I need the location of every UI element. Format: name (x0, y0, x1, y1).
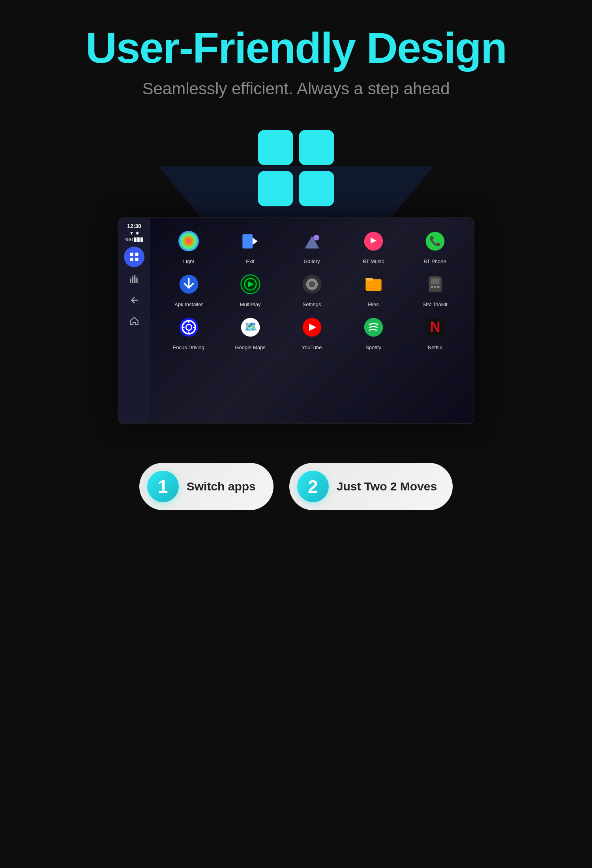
back-button[interactable] (124, 292, 144, 309)
back-icon (129, 295, 139, 305)
grid-cell-3 (258, 171, 293, 206)
app-icon-btmusic (358, 226, 388, 256)
device-section: 12:30 ▼ ✱ 4GG ▊▊▊ (0, 218, 592, 423)
app-icon-btphone: 📞 (420, 226, 450, 256)
app-label-apkinstaller: Apk Installer (174, 301, 203, 307)
app-grid-area: LightExitGalleryBT Music📞BT PhoneApk Ins… (150, 218, 474, 423)
page-header: User-Friendly Design Seamlessly efficien… (0, 0, 592, 98)
app-item-gallery[interactable]: Gallery (283, 226, 341, 264)
grid-icon-container (0, 130, 592, 206)
app-label-spotify: Spotify (365, 344, 381, 350)
app-item-light[interactable]: Light (159, 226, 218, 264)
app-label-googlemaps: Google Maps (235, 344, 265, 350)
app-label-exit: Exit (246, 258, 255, 264)
app-icon-simtoolkit (420, 269, 450, 299)
feature-card-1: 1Switch apps (139, 463, 274, 510)
feature-card-2: 2Just Two 2 Moves (289, 463, 453, 510)
app-label-settings: Settings (303, 301, 321, 307)
app-item-btmusic[interactable]: BT Music (344, 226, 403, 264)
bluetooth-icon: ✱ (135, 231, 139, 236)
svg-rect-3 (135, 258, 138, 261)
wifi-icon: ▼ (129, 231, 134, 236)
app-label-files: Files (368, 301, 378, 307)
svg-point-41 (364, 318, 383, 337)
equalizer-icon (129, 275, 139, 285)
svg-rect-1 (135, 253, 138, 256)
app-label-youtube: YouTube (302, 344, 322, 350)
app-icon-youtube (297, 312, 327, 342)
feature-number-1: 1 (147, 471, 179, 502)
sidebar-time: 12:30 (127, 223, 141, 229)
app-label-light: Light (183, 258, 194, 264)
app-icon-focusdriving (174, 312, 204, 342)
svg-rect-2 (130, 258, 133, 261)
app-item-googlemaps[interactable]: 🗺️Google Maps (221, 312, 279, 350)
apps-icon (129, 251, 140, 262)
svg-rect-28 (431, 286, 433, 288)
app-item-youtube[interactable]: YouTube (283, 312, 341, 350)
feature-text-1: Switch apps (187, 479, 256, 494)
page-title: User-Friendly Design (0, 24, 592, 71)
app-icon-googlemaps: 🗺️ (235, 312, 265, 342)
app-icon-netflix: N (420, 312, 450, 342)
app-item-settings[interactable]: Settings (283, 269, 341, 307)
app-item-exit[interactable]: Exit (221, 226, 279, 264)
app-label-simtoolkit: SIM Toolkit (422, 301, 447, 307)
app-item-spotify[interactable]: Spotify (344, 312, 403, 350)
svg-rect-5 (132, 277, 133, 283)
app-item-focusdriving[interactable]: Focus Driving (159, 312, 218, 350)
app-item-multiplay[interactable]: MultiPlay (221, 269, 279, 307)
grid-cell-2 (299, 130, 334, 165)
svg-rect-6 (134, 276, 135, 283)
svg-rect-30 (437, 286, 440, 288)
feature-number-2: 2 (297, 471, 329, 502)
svg-point-12 (178, 231, 199, 251)
app-item-apkinstaller[interactable]: Apk Installer (159, 269, 218, 307)
device-frame: 12:30 ▼ ✱ 4GG ▊▊▊ (118, 218, 474, 423)
app-label-btphone: BT Phone (423, 258, 446, 264)
apps-button[interactable] (124, 247, 144, 267)
app-item-btphone[interactable]: 📞BT Phone (406, 226, 464, 264)
app-label-multiplay: MultiPlay (240, 301, 261, 307)
app-icon-files (358, 269, 388, 299)
sidebar-signal: 4GG ▊▊▊ (125, 238, 144, 242)
app-label-gallery: Gallery (303, 258, 320, 264)
grid-icon (258, 130, 334, 206)
sidebar-status-icons: ▼ ✱ (129, 231, 139, 236)
grid-cell-1 (258, 130, 293, 165)
app-icon-multiplay (235, 269, 265, 299)
svg-point-15 (313, 235, 319, 241)
svg-text:🗺️: 🗺️ (244, 320, 257, 333)
app-item-simtoolkit[interactable]: SIM Toolkit (406, 269, 464, 307)
app-item-netflix[interactable]: NNetflix (406, 312, 464, 350)
app-label-focusdriving: Focus Driving (173, 344, 204, 350)
svg-rect-0 (130, 253, 133, 256)
app-icon-gallery (297, 226, 327, 256)
page-subtitle: Seamlessly efficient. Always a step ahea… (0, 79, 592, 98)
svg-rect-7 (136, 278, 137, 283)
app-icon-light (174, 226, 204, 256)
device-sidebar: 12:30 ▼ ✱ 4GG ▊▊▊ (118, 218, 150, 423)
app-icon-settings (297, 269, 327, 299)
grid-cell-4 (299, 171, 334, 206)
app-item-files[interactable]: Files (344, 269, 403, 307)
app-label-netflix: Netflix (428, 344, 442, 350)
svg-rect-27 (431, 278, 439, 284)
svg-text:N: N (430, 318, 440, 335)
svg-rect-29 (434, 286, 436, 288)
home-button[interactable] (124, 312, 144, 329)
svg-rect-4 (130, 279, 131, 283)
svg-rect-13 (242, 234, 253, 249)
app-icon-spotify (358, 312, 388, 342)
feature-text-2: Just Two 2 Moves (337, 479, 437, 494)
app-grid: LightExitGalleryBT Music📞BT PhoneApk Ins… (159, 226, 464, 350)
svg-point-23 (310, 282, 314, 286)
app-label-btmusic: BT Music (363, 258, 384, 264)
app-icon-exit (235, 226, 265, 256)
equalizer-button[interactable] (124, 271, 144, 288)
features-section: 1Switch apps2Just Two 2 Moves (0, 463, 592, 510)
app-icon-apkinstaller (174, 269, 204, 299)
svg-rect-25 (365, 278, 373, 281)
svg-rect-24 (365, 279, 381, 290)
svg-text:📞: 📞 (429, 235, 441, 246)
